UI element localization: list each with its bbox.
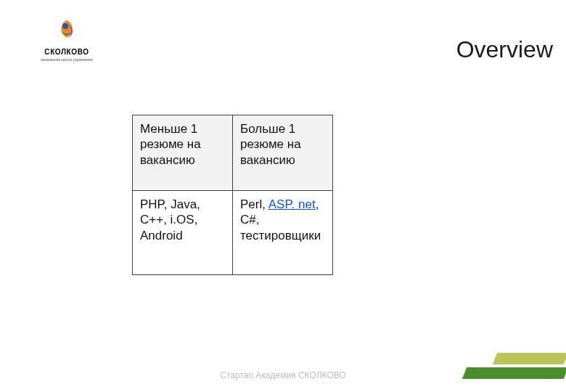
svg-point-3 [62, 23, 68, 29]
page-title: Overview [456, 36, 553, 63]
logo-text: СКОЛКОВО [30, 48, 103, 56]
body-cell-more-than-1: Perl, ASP. net, C#, тестировщики [233, 191, 333, 275]
logo: СКОЛКОВО московская школа управления [30, 16, 103, 62]
logo-icon [52, 16, 81, 45]
table-body-row: PHP, Java, C++, i.OS, Android Perl, ASP.… [133, 191, 333, 275]
body-col2-prefix: Perl, [240, 197, 268, 211]
bar-dark [462, 367, 566, 379]
bar-light [493, 353, 566, 364]
logo-subtitle: московская школа управления [30, 57, 103, 62]
overview-table: Меньше 1 резюме на вакансию Больше 1 рез… [132, 115, 333, 275]
header-cell-more-than-1: Больше 1 резюме на вакансию [233, 115, 333, 191]
body-cell-less-than-1: PHP, Java, C++, i.OS, Android [133, 191, 233, 275]
aspnet-link[interactable]: ASP. net [268, 197, 316, 211]
table-header-row: Меньше 1 резюме на вакансию Больше 1 рез… [133, 115, 333, 191]
header-cell-less-than-1: Меньше 1 резюме на вакансию [133, 115, 233, 191]
